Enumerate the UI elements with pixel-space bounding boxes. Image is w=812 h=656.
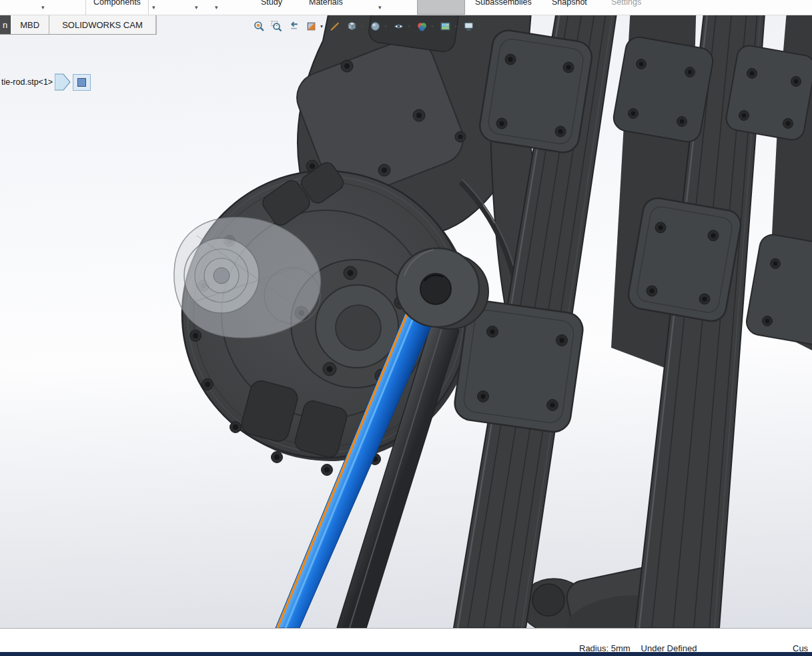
display-style-icon[interactable] <box>370 21 381 32</box>
breadcrumb-flag-icon[interactable] <box>55 73 71 91</box>
zoom-to-area-icon[interactable] <box>271 21 282 32</box>
dropdown-caret[interactable]: ▾ <box>431 24 434 29</box>
section-view-icon[interactable] <box>306 21 317 32</box>
ribbon-group-study[interactable]: Study <box>261 0 282 7</box>
taskbar-edge <box>0 652 812 656</box>
dropdown-caret[interactable]: ▾ <box>454 24 457 29</box>
ribbon-group-snapshot[interactable]: Snapshot <box>552 0 587 7</box>
tab-mbd[interactable]: MBD <box>11 15 49 34</box>
tab-partial[interactable]: n <box>0 15 11 34</box>
ribbon-separator <box>148 0 149 15</box>
selection-breadcrumb: tie-rod.stp<1> <box>1 73 91 91</box>
heads-up-view-toolbar: ▾ ▾ ▾ ▾ ▾ ▾ ▾ <box>254 21 480 32</box>
status-bar: Radius: 5mm Under Defined Cus <box>0 629 812 652</box>
dropdown-caret[interactable]: ▾ <box>361 24 364 29</box>
dropdown-caret[interactable]: ▾ <box>384 24 387 29</box>
view-settings-icon[interactable] <box>463 21 474 32</box>
edit-appearance-icon[interactable] <box>416 21 428 32</box>
ribbon-separator <box>85 0 86 15</box>
tab-solidworks-cam[interactable]: SOLIDWORKS CAM <box>49 15 156 34</box>
hide-show-items-icon[interactable] <box>393 21 404 32</box>
ribbon-pressed-button[interactable] <box>417 0 465 15</box>
dropdown-caret[interactable]: ▾ <box>320 24 323 29</box>
model-3d-render[interactable] <box>0 15 812 628</box>
ribbon-group-components[interactable]: Components <box>93 0 141 7</box>
ribbon-bar: ▾ Components ▾ ▾ ▾ Study Materials ▾ Sub… <box>0 0 812 15</box>
dropdown-caret[interactable]: ▾ <box>478 24 480 29</box>
ribbon-group-settings: Settings <box>611 0 641 7</box>
previous-view-icon[interactable] <box>288 21 300 32</box>
selected-component-label: tie-rod.stp<1> <box>1 77 53 87</box>
dropdown-caret[interactable]: ▾ <box>195 5 198 11</box>
dropdown-caret[interactable]: ▾ <box>215 5 218 11</box>
dropdown-caret[interactable]: ▾ <box>152 5 155 11</box>
zoom-to-fit-icon[interactable] <box>254 21 265 32</box>
dropdown-caret[interactable]: ▾ <box>378 5 382 11</box>
component-icon[interactable] <box>73 74 91 91</box>
dropdown-caret[interactable]: ▾ <box>41 5 45 11</box>
view-orientation-icon[interactable] <box>346 21 358 32</box>
ribbon-group-subassemblies[interactable]: Subassemblies <box>475 0 532 7</box>
command-manager-tabs: n MBD SOLIDWORKS CAM <box>0 15 157 35</box>
dynamic-annotation-views-icon[interactable] <box>329 21 340 32</box>
ribbon-group-materials[interactable]: Materials <box>309 0 343 7</box>
graphics-viewport[interactable]: ▾ ▾ ▾ ▾ ▾ ▾ ▾ tie-rod.stp<1> <box>0 15 812 628</box>
dropdown-caret[interactable]: ▾ <box>408 24 410 29</box>
apply-scene-icon[interactable] <box>440 21 451 32</box>
